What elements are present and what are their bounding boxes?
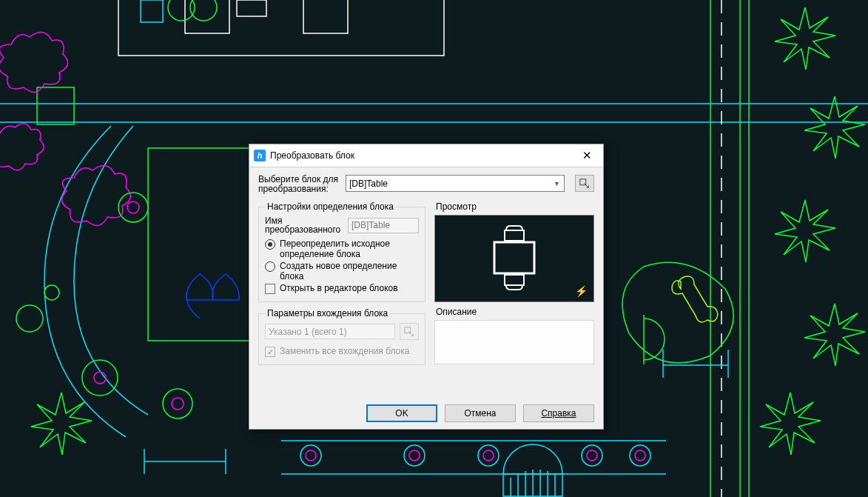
description-label: Описание — [436, 307, 594, 317]
svg-point-12 — [16, 305, 43, 332]
svg-point-30 — [630, 445, 650, 466]
svg-point-16 — [163, 389, 192, 418]
svg-point-11 — [127, 201, 139, 213]
svg-point-24 — [404, 445, 425, 466]
preview-label: Просмотр — [436, 201, 594, 212]
select-instances-button — [400, 323, 419, 340]
description-box — [434, 320, 594, 364]
cancel-button[interactable]: Отмена — [445, 404, 516, 422]
close-icon[interactable]: ✕ — [571, 144, 603, 167]
block-name-value: [DB]Table — [349, 179, 388, 189]
svg-point-14 — [82, 360, 118, 396]
convert-block-dialog: h Преобразовать блок ✕ Выберите блок для… — [249, 144, 604, 430]
checkbox-open-editor[interactable]: Открыть в редакторе блоков — [265, 283, 419, 294]
block-definition-settings-group: Настройки определения блока Имя преобраз… — [258, 201, 425, 302]
checkbox-replace-all-label: Заменить все вхождения блока — [280, 346, 409, 356]
svg-point-28 — [582, 445, 602, 466]
ok-button[interactable]: OK — [366, 404, 437, 422]
svg-rect-6 — [496, 101, 512, 113]
svg-point-13 — [44, 285, 59, 300]
svg-rect-4 — [126, 101, 151, 113]
block-preview: ⚡ — [434, 215, 594, 302]
svg-rect-7 — [736, 85, 747, 115]
svg-point-29 — [587, 450, 597, 461]
radio-createnew-label: Создать новое определение блока — [280, 261, 419, 281]
lightning-icon: ⚡ — [575, 285, 588, 297]
svg-point-23 — [306, 450, 316, 461]
app-icon: h — [254, 150, 266, 161]
svg-text:XSIZEZE: XSIZEZE — [755, 53, 827, 75]
radio-create-new[interactable]: Создать новое определение блока — [265, 261, 419, 281]
select-block-label: Выберите блок для преобразования: — [258, 175, 340, 194]
svg-point-25 — [409, 450, 420, 461]
svg-rect-53 — [494, 242, 534, 273]
dialog-titlebar[interactable]: h Преобразовать блок ✕ — [249, 144, 603, 167]
svg-point-31 — [635, 450, 645, 461]
block-instance-params-group: Параметры вхождения блока Указано 1 (все… — [258, 308, 425, 365]
svg-rect-5 — [348, 101, 364, 113]
coord-03: 0.300 — [679, 361, 709, 374]
converted-name-field: [DB]Table — [348, 218, 419, 233]
checkbox-open-editor-label: Открыть в редакторе блоков — [280, 283, 398, 293]
converted-name-label: Имя преобразованного — [265, 216, 343, 234]
svg-rect-54 — [505, 230, 524, 241]
radio-redefine[interactable]: Переопределить исходное определение блок… — [265, 239, 419, 259]
svg-point-22 — [300, 445, 321, 466]
svg-point-27 — [483, 450, 494, 461]
chevron-down-icon: ▾ — [551, 177, 562, 189]
block-name-combo[interactable]: [DB]Table ▾ — [346, 175, 565, 192]
svg-rect-55 — [505, 275, 524, 285]
selected-count-field: Указано 1 (всего 1) — [265, 324, 395, 339]
svg-point-26 — [478, 445, 499, 466]
checkbox-icon — [265, 347, 275, 357]
radio-redefine-label: Переопределить исходное определение блок… — [280, 239, 419, 259]
svg-rect-8 — [37, 87, 74, 124]
svg-rect-3 — [237, 0, 266, 16]
radio-icon — [265, 239, 275, 250]
svg-rect-0 — [141, 0, 163, 22]
radio-icon — [265, 261, 275, 272]
help-button[interactable]: Справка — [523, 404, 594, 422]
group-params-label: Параметры вхождения блока — [265, 308, 390, 318]
group-settings-label: Настройки определения блока — [265, 201, 396, 212]
svg-point-17 — [172, 398, 184, 410]
svg-point-15 — [94, 372, 106, 384]
checkbox-icon — [265, 284, 275, 294]
pick-block-button[interactable] — [575, 175, 594, 192]
checkbox-replace-all: Заменить все вхождения блока — [265, 346, 419, 357]
dialog-title: Преобразовать блок — [270, 150, 571, 161]
